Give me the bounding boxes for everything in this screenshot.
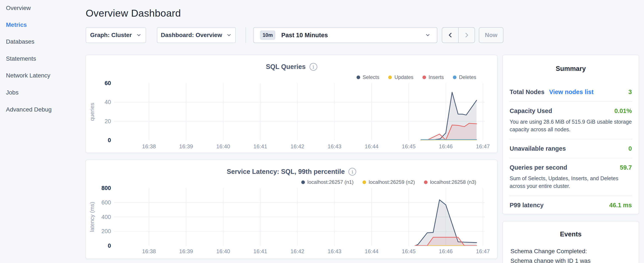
events-title: Events [510,230,631,238]
dashboard-dropdown-label: Dashboard: Overview [161,32,222,39]
legend-item: localhost:26259 (n2) [362,179,415,185]
x-tick-label: 16:39 [179,248,193,255]
summary-row-capacity-used: Capacity Used 0.01% You are using 28.6 M… [509,101,632,139]
time-window-select[interactable]: 10m Past 10 Minutes [253,27,437,43]
x-tick-label: 16:46 [439,143,453,150]
legend-item: localhost:26257 (n1) [301,179,354,185]
chart-title: Service Latency: SQL, 99th percentile [227,168,345,176]
time-window-label: Past 10 Minutes [281,32,328,39]
x-tick-label: 16:43 [328,143,342,150]
y-tick-label: 20 [104,118,111,124]
legend-item: Updates [388,74,413,80]
legend-dot [422,76,426,79]
now-button[interactable]: Now [479,27,504,43]
y-tick-label: 200 [102,228,111,235]
toolbar-divider [246,27,246,43]
summary-row-total-nodes: Total Nodes View nodes list 3 [509,83,632,101]
info-icon[interactable] [310,63,317,71]
legend-item: localhost:26258 (n3) [424,179,476,185]
y-axis-ticks: 0204060 [86,83,111,140]
y-tick-label: 0 [108,242,111,249]
summary-panel: Summary Total Nodes View nodes list 3 Ca… [502,55,639,214]
y-tick-label: 800 [102,185,111,191]
x-axis-ticks: 16:3816:3916:4016:4116:4216:4316:4416:45… [114,248,485,255]
sidebar-item-statements[interactable]: Statements [6,55,36,63]
legend-dot [362,180,366,184]
summary-row-description: You are using 28.6 MiB of 515.9 GiB usab… [510,118,632,133]
chevron-down-icon [136,32,142,38]
x-tick-label: 16:44 [365,248,378,255]
sidebar-item-overview[interactable]: Overview [6,4,31,12]
time-window-badge: 10m [260,31,275,40]
summary-row-value: 0 [628,145,632,152]
summary-row-label: Capacity Used [510,107,552,114]
summary-row-description: Sum of Selects, Updates, Inserts, and De… [510,174,632,190]
next-time-button[interactable] [458,28,474,43]
x-tick-label: 16:44 [365,143,378,150]
y-tick-label: 60 [104,80,111,87]
sql-queries-chart-panel: SQL Queries Selects Updates Inserts Dele… [86,55,498,153]
dashboard-dropdown[interactable]: Dashboard: Overview [157,27,236,43]
chevron-left-icon [447,32,454,38]
sidebar-item-network-latency[interactable]: Network Latency [6,72,50,79]
service-latency-plot [114,188,485,246]
y-tick-label: 400 [102,214,111,220]
legend-dot [301,180,305,184]
legend-dot [356,76,360,79]
graph-dropdown-label: Graph: Cluster [90,32,132,39]
chart-legend: Selects Updates Inserts Deletes [356,74,476,80]
summary-row-p99-latency: P99 latency 46.1 ms [509,195,632,214]
legend-dot [424,180,428,184]
summary-row-label: Unavailable ranges [510,145,566,152]
x-tick-label: 16:42 [290,143,304,150]
sidebar-item-metrics[interactable]: Metrics [6,21,27,29]
sidebar-item-databases[interactable]: Databases [6,38,34,46]
x-tick-label: 16:42 [290,248,304,255]
event-item: Schema Change Completed: Schema change w… [510,247,631,263]
sidebar-item-advanced-debug[interactable]: Advanced Debug [6,106,52,113]
summary-row-label: Queries per second [510,164,567,171]
x-tick-label: 16:46 [439,248,453,255]
chevron-down-icon [425,32,430,38]
x-tick-label: 16:38 [142,143,156,150]
legend-item: Inserts [422,74,444,80]
time-pager [442,27,475,43]
summary-row-queries-per-second: Queries per second 59.7 Sum of Selects, … [509,158,632,195]
x-tick-label: 16:38 [142,248,156,255]
summary-title: Summary [509,65,632,73]
x-tick-label: 16:40 [216,143,230,150]
info-icon[interactable] [348,168,356,176]
graph-dropdown[interactable]: Graph: Cluster [86,27,146,43]
legend-item: Selects [356,74,380,80]
view-nodes-list-link[interactable]: View nodes list [549,89,594,96]
x-axis-ticks: 16:3816:3916:4016:4116:4216:4316:4416:45… [114,143,485,150]
x-tick-label: 16:45 [402,248,416,255]
summary-row-label: P99 latency [510,202,544,209]
summary-row-value: 0.01% [614,107,632,114]
legend-dot [388,76,392,79]
y-tick-label: 600 [102,199,111,206]
prev-time-button[interactable] [442,28,458,43]
x-tick-label: 16:45 [402,143,416,150]
summary-row-label: Total Nodes [510,89,544,96]
x-tick-label: 16:41 [254,248,267,255]
y-tick-label: 40 [104,99,111,106]
chart-title: SQL Queries [266,63,306,71]
chart-legend: localhost:26257 (n1) localhost:26259 (n2… [301,179,476,185]
sql-queries-plot [114,83,485,140]
metrics-overview-page: { "header": { "title": "Overview Dashboa… [0,0,644,263]
x-tick-label: 16:43 [328,248,342,255]
service-latency-chart-panel: Service Latency: SQL, 99th percentile lo… [86,160,498,259]
legend-dot [453,76,456,79]
events-panel: Events Schema Change Completed: Schema c… [502,221,639,263]
summary-row-value: 46.1 ms [609,202,632,209]
event-text: Schema Change Completed: Schema change w… [510,247,606,263]
chevron-down-icon [226,32,232,38]
summary-row-unavailable-ranges: Unavailable ranges 0 [509,139,632,158]
legend-item: Deletes [453,74,476,80]
summary-row-value: 59.7 [620,164,632,171]
chevron-right-icon [464,32,470,38]
sidebar-item-jobs[interactable]: Jobs [6,89,18,96]
page-title: Overview Dashboard [86,7,181,19]
y-axis-ticks: 0200400600800 [86,188,111,246]
